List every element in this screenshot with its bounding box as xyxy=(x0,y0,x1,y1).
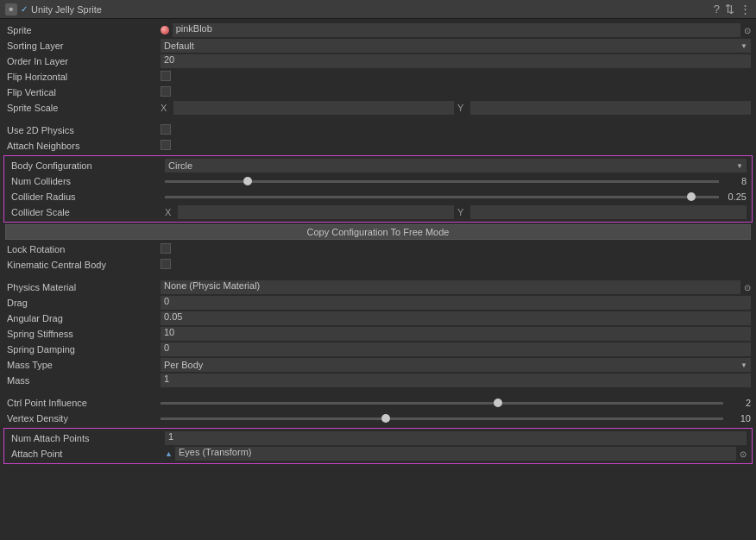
physics-material-btn[interactable]: ⊙ xyxy=(744,283,751,292)
lock-rotation-checkbox[interactable] xyxy=(161,243,171,254)
sorting-layer-row: Sorting Layer Default ▼ xyxy=(0,38,756,53)
num-colliders-val: 8 xyxy=(722,176,747,186)
flip-vertical-label: Flip Vertical xyxy=(5,87,161,97)
sorting-layer-value: Default ▼ xyxy=(161,39,751,53)
sorting-layer-dropdown[interactable]: Default ▼ xyxy=(161,39,751,53)
attach-point-btn[interactable]: ⊙ xyxy=(740,449,747,459)
sprite-scale-y-input[interactable]: 3 xyxy=(470,101,751,115)
collider-radius-slider[interactable] xyxy=(165,196,719,198)
flip-horizontal-label: Flip Horizontal xyxy=(5,72,161,82)
num-colliders-value: 8 xyxy=(165,176,747,186)
ctrl-point-influence-label: Ctrl Point Influence xyxy=(5,398,161,408)
sprite-scale-x-item: X 3 xyxy=(161,101,454,115)
collider-scale-value: X 1 Y 0.77 xyxy=(165,205,747,219)
ctrl-point-thumb xyxy=(494,399,502,407)
mass-type-dropdown[interactable]: Per Body ▼ xyxy=(161,358,751,372)
collider-radius-val: 0.25 xyxy=(722,192,747,202)
attach-point-container: ▲ Eyes (Transform) ⊙ xyxy=(165,447,747,461)
num-attach-points-input[interactable]: 1 xyxy=(165,431,747,445)
attach-point-input[interactable]: Eyes (Transform) xyxy=(175,447,736,461)
collider-radius-label: Collider Radius xyxy=(9,192,165,202)
collider-scale-y-input[interactable]: 0.77 xyxy=(470,205,747,219)
physics-material-input[interactable]: None (Physic Material) xyxy=(161,280,740,294)
vertex-density-slider[interactable] xyxy=(161,418,723,420)
num-colliders-thumb xyxy=(243,177,252,185)
spring-damping-value: 0 xyxy=(161,342,751,356)
lock-rotation-label: Lock Rotation xyxy=(5,244,161,254)
ctrl-point-val: 2 xyxy=(727,398,751,408)
ctrl-point-slider[interactable] xyxy=(161,402,723,405)
collider-scale-x-input[interactable]: 1 xyxy=(178,205,454,219)
kinematic-body-row: Kinematic Central Body xyxy=(0,257,756,273)
num-attach-points-value: 1 xyxy=(165,431,747,445)
use-2d-physics-value xyxy=(161,124,751,136)
vertex-density-slider-row: 10 xyxy=(161,413,751,424)
sprite-scale-value: X 3 Y 3 xyxy=(161,101,751,115)
drag-row: Drag 0 xyxy=(0,295,756,311)
sprite-row: Sprite pinkBlob ⊙ xyxy=(0,22,756,38)
physics-material-value: None (Physic Material) ⊙ xyxy=(161,280,751,294)
lock-button[interactable]: ⇅ xyxy=(725,3,734,16)
content-area: Sprite pinkBlob ⊙ Sorting Layer Default … xyxy=(0,19,756,540)
spring-damping-row: Spring Damping 0 xyxy=(0,342,756,357)
vertex-density-value: 10 xyxy=(161,413,751,424)
attach-point-value: ▲ Eyes (Transform) ⊙ xyxy=(165,447,747,461)
mass-input[interactable]: 1 xyxy=(161,374,751,387)
spring-stiffness-label: Spring Stiffness xyxy=(5,329,161,339)
kinematic-body-label: Kinematic Central Body xyxy=(5,260,161,270)
mass-row: Mass 1 xyxy=(0,373,756,388)
body-config-dropdown[interactable]: Circle ▼ xyxy=(165,159,747,173)
attach-point-label: Attach Point xyxy=(9,449,165,459)
use-2d-physics-label: Use 2D Physics xyxy=(5,125,161,135)
attach-neighbors-checkbox[interactable] xyxy=(161,140,171,150)
enabled-checkbox[interactable]: ✓ xyxy=(21,4,28,14)
sprite-input[interactable]: pinkBlob xyxy=(173,23,740,37)
spring-stiffness-value: 10 xyxy=(161,327,751,341)
sprite-selector-btn[interactable]: ⊙ xyxy=(744,26,751,35)
num-attach-points-label: Num Attach Points xyxy=(9,433,165,443)
angular-drag-value: 0.05 xyxy=(161,311,751,325)
order-in-layer-input[interactable]: 20 xyxy=(161,54,751,68)
divider-1 xyxy=(0,116,756,122)
num-attach-points-row: Num Attach Points 1 xyxy=(4,430,752,446)
sprite-field-container: pinkBlob ⊙ xyxy=(161,23,751,37)
collider-scale-fields: X 1 Y 0.77 xyxy=(165,205,747,219)
body-config-row: Body Configuration Circle ▼ xyxy=(4,158,752,173)
sprite-scale-row: Sprite Scale X 3 Y 3 xyxy=(0,100,756,116)
use-2d-physics-checkbox[interactable] xyxy=(161,124,171,135)
vertex-density-val: 10 xyxy=(727,413,751,424)
attach-points-section: Num Attach Points 1 Attach Point ▲ Eyes … xyxy=(3,428,753,464)
sprite-scale-x-input[interactable]: 3 xyxy=(173,101,454,115)
component-icon: ■ xyxy=(5,3,17,16)
sprite-label: Sprite xyxy=(5,25,161,35)
use-2d-physics-row: Use 2D Physics xyxy=(0,122,756,138)
collider-scale-label: Collider Scale xyxy=(9,207,165,217)
sprite-scale-y-item: Y 3 xyxy=(457,101,751,115)
flip-vertical-checkbox[interactable] xyxy=(161,86,171,97)
collider-scale-row: Collider Scale X 1 Y 0.77 xyxy=(4,204,752,220)
spring-stiffness-input[interactable]: 10 xyxy=(161,327,751,341)
spring-damping-input[interactable]: 0 xyxy=(161,342,751,356)
physics-material-row: Physics Material None (Physic Material) … xyxy=(0,279,756,295)
lock-rotation-value xyxy=(161,243,751,255)
collider-radius-row: Collider Radius 0.25 xyxy=(4,189,752,204)
attach-point-icon: ▲ xyxy=(165,449,173,458)
kinematic-body-checkbox[interactable] xyxy=(161,259,171,269)
component-title: Unity Jelly Sprite xyxy=(31,4,714,15)
menu-button[interactable]: ⋮ xyxy=(740,3,751,16)
help-button[interactable]: ? xyxy=(714,3,720,16)
angular-drag-input[interactable]: 0.05 xyxy=(161,311,751,325)
flip-horizontal-value xyxy=(161,71,751,83)
drag-input[interactable]: 0 xyxy=(161,296,751,310)
collider-scale-y-item: Y 0.77 xyxy=(457,205,747,219)
copy-config-btn[interactable]: Copy Configuration To Free Mode xyxy=(5,224,751,240)
sprite-scale-fields: X 3 Y 3 xyxy=(161,101,751,115)
mass-value: 1 xyxy=(161,374,751,387)
ctrl-point-influence-value: 2 xyxy=(161,398,751,408)
flip-horizontal-checkbox[interactable] xyxy=(161,71,171,81)
num-colliders-slider[interactable] xyxy=(165,180,719,183)
angular-drag-label: Angular Drag xyxy=(5,313,161,323)
attach-neighbors-label: Attach Neighbors xyxy=(5,141,161,151)
mass-type-value: Per Body ▼ xyxy=(161,358,751,372)
body-config-value: Circle ▼ xyxy=(165,159,747,173)
